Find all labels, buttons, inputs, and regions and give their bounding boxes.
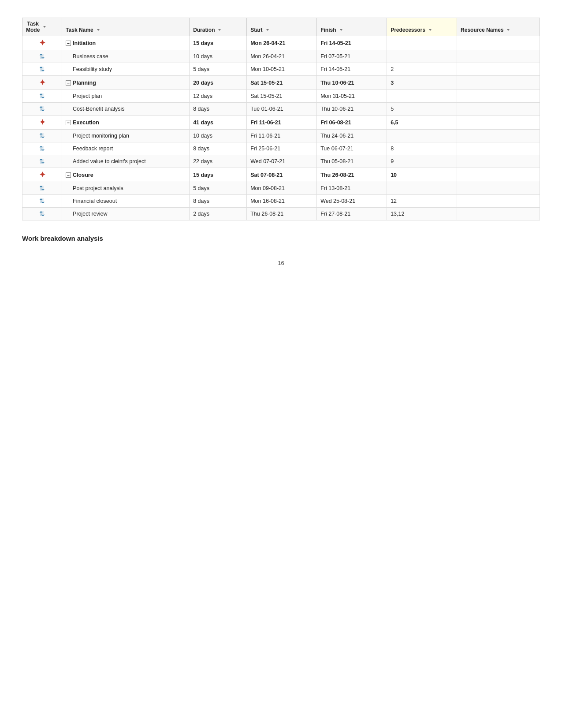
cell-predecessors: 2 <box>387 63 457 76</box>
cell-resource-names <box>457 90 540 103</box>
cell-finish: Mon 31-05-21 <box>317 90 387 103</box>
collapse-icon[interactable]: − <box>66 80 71 86</box>
task-icon: ⇅ <box>39 105 45 112</box>
cell-duration: 12 days <box>190 90 247 103</box>
task-icon: ⇅ <box>39 132 45 139</box>
cell-task-name: Added value to cleint's project <box>62 155 190 168</box>
cell-duration: 5 days <box>190 182 247 195</box>
table-row[interactable]: ⇅Financial closeout8 daysMon 16-08-21Wed… <box>22 195 540 208</box>
cell-predecessors <box>387 36 457 50</box>
cell-resource-names <box>457 208 540 220</box>
table-row[interactable]: ⇅Business case10 daysMon 26-04-21Fri 07-… <box>22 50 540 63</box>
cell-finish: Thu 05-08-21 <box>317 155 387 168</box>
cell-finish: Fri 13-08-21 <box>317 182 387 195</box>
task-icon: ⇅ <box>39 184 45 192</box>
task-icon: ⇅ <box>39 92 45 100</box>
cell-task-mode: ⇅ <box>22 195 62 208</box>
cell-predecessors: 9 <box>387 155 457 168</box>
col-header-task-name[interactable]: Task Name <box>62 18 190 36</box>
cell-task-mode: ⇅ <box>22 208 62 220</box>
cell-start: Fri 11-06-21 <box>247 130 317 142</box>
table-header-row: TaskMode Task Name Duration <box>22 18 540 36</box>
filter-arrow-predecessors[interactable] <box>429 29 432 31</box>
col-header-task-mode[interactable]: TaskMode <box>22 18 62 36</box>
cell-predecessors <box>387 182 457 195</box>
filter-arrow-resource-names[interactable] <box>507 29 510 31</box>
table-row[interactable]: ✦−Planning20 daysSat 15-05-21Thu 10-06-2… <box>22 76 540 90</box>
table-row[interactable]: ⇅Project monitoring plan10 daysFri 11-06… <box>22 130 540 142</box>
cell-task-name: −Initiation <box>62 36 190 50</box>
page-number: 16 <box>22 260 540 266</box>
task-icon: ⇅ <box>39 210 45 217</box>
col-label-predecessors: Predecessors <box>391 27 425 33</box>
cell-finish: Fri 14-05-21 <box>317 63 387 76</box>
cell-start: Mon 16-08-21 <box>247 195 317 208</box>
gantt-table: TaskMode Task Name Duration <box>22 18 540 220</box>
cell-duration: 8 days <box>190 103 247 116</box>
filter-arrow-task-name[interactable] <box>97 29 100 31</box>
cell-task-mode: ⇅ <box>22 103 62 116</box>
col-label-start: Start <box>250 27 262 33</box>
cell-task-mode: ✦ <box>22 76 62 90</box>
table-row[interactable]: ⇅Added value to cleint's project22 daysW… <box>22 155 540 168</box>
cell-task-name: −Closure <box>62 168 190 182</box>
collapse-icon[interactable]: − <box>66 41 71 46</box>
cell-task-name: Project plan <box>62 90 190 103</box>
cell-duration: 15 days <box>190 168 247 182</box>
task-icon: ⇅ <box>39 197 45 205</box>
task-icon: ⇅ <box>39 157 45 165</box>
cell-task-name: Project monitoring plan <box>62 130 190 142</box>
summary-icon: ✦ <box>39 171 45 179</box>
cell-predecessors <box>387 90 457 103</box>
cell-duration: 41 days <box>190 116 247 130</box>
cell-predecessors: 6,5 <box>387 116 457 130</box>
collapse-icon[interactable]: − <box>66 172 71 178</box>
table-row[interactable]: ✦−Execution41 daysFri 11-06-21Fri 06-08-… <box>22 116 540 130</box>
cell-duration: 8 days <box>190 195 247 208</box>
col-header-finish[interactable]: Finish <box>317 18 387 36</box>
cell-finish: Thu 10-06-21 <box>317 76 387 90</box>
filter-arrow-finish[interactable] <box>340 29 342 31</box>
cell-task-name: Post project analysis <box>62 182 190 195</box>
cell-start: Mon 10-05-21 <box>247 63 317 76</box>
filter-arrow-duration[interactable] <box>218 29 221 31</box>
filter-arrow-task-mode[interactable] <box>43 26 46 28</box>
table-row[interactable]: ⇅Feedback report8 daysFri 25-06-21Tue 06… <box>22 142 540 155</box>
cell-task-name: −Execution <box>62 116 190 130</box>
col-label-duration: Duration <box>193 27 215 33</box>
cell-finish: Fri 06-08-21 <box>317 116 387 130</box>
table-row[interactable]: ⇅Project review2 daysThu 26-08-21Fri 27-… <box>22 208 540 220</box>
collapse-icon[interactable]: − <box>66 120 71 125</box>
cell-start: Fri 11-06-21 <box>247 116 317 130</box>
cell-start: Fri 25-06-21 <box>247 142 317 155</box>
cell-finish: Wed 25-08-21 <box>317 195 387 208</box>
summary-icon: ✦ <box>39 118 45 127</box>
cell-resource-names <box>457 63 540 76</box>
table-row[interactable]: ⇅Project plan12 daysSat 15-05-21Mon 31-0… <box>22 90 540 103</box>
cell-finish: Fri 14-05-21 <box>317 36 387 50</box>
cell-task-mode: ⇅ <box>22 182 62 195</box>
col-header-start[interactable]: Start <box>247 18 317 36</box>
cell-duration: 20 days <box>190 76 247 90</box>
table-row[interactable]: ⇅Cost-Benefit analysis8 daysTue 01-06-21… <box>22 103 540 116</box>
cell-task-mode: ⇅ <box>22 142 62 155</box>
cell-predecessors <box>387 50 457 63</box>
table-row[interactable]: ⇅Feasibility study5 daysMon 10-05-21Fri … <box>22 63 540 76</box>
cell-start: Mon 26-04-21 <box>247 36 317 50</box>
col-header-duration[interactable]: Duration <box>190 18 247 36</box>
col-header-predecessors[interactable]: Predecessors <box>387 18 457 36</box>
cell-start: Sat 15-05-21 <box>247 76 317 90</box>
cell-finish: Thu 10-06-21 <box>317 103 387 116</box>
filter-arrow-start[interactable] <box>266 29 269 31</box>
task-icon: ⇅ <box>39 145 45 152</box>
cell-resource-names <box>457 103 540 116</box>
table-row[interactable]: ✦−Initiation15 daysMon 26-04-21Fri 14-05… <box>22 36 540 50</box>
col-header-resource-names[interactable]: Resource Names <box>457 18 540 36</box>
cell-resource-names <box>457 76 540 90</box>
cell-predecessors: 5 <box>387 103 457 116</box>
table-row[interactable]: ✦−Closure15 daysSat 07-08-21Thu 26-08-21… <box>22 168 540 182</box>
col-label-task-mode: TaskMode <box>26 21 40 33</box>
cell-task-mode: ✦ <box>22 116 62 130</box>
table-row[interactable]: ⇅Post project analysis5 daysMon 09-08-21… <box>22 182 540 195</box>
cell-task-mode: ⇅ <box>22 90 62 103</box>
